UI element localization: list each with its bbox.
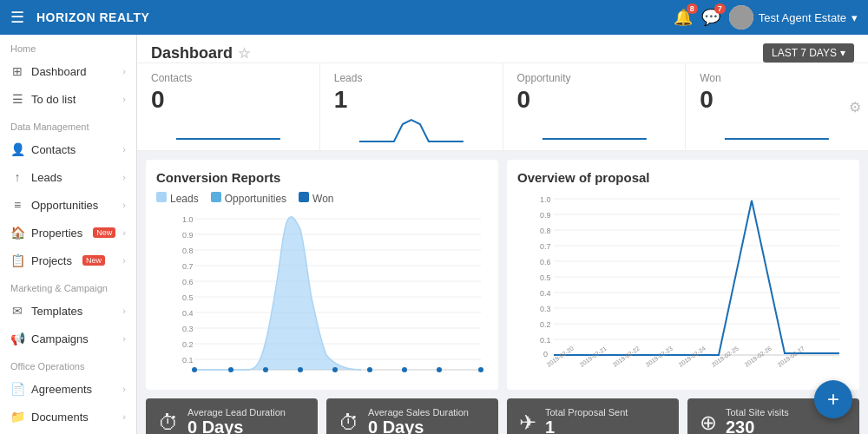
favorite-star-icon[interactable]: ☆	[238, 45, 250, 62]
main-layout: Home ⊞ Dashboard › ☰ To do list › Data M…	[0, 35, 868, 434]
svg-text:0.9: 0.9	[182, 231, 194, 240]
sidebar-item-opportunities[interactable]: ≡ Opportunities ›	[0, 191, 136, 219]
sidebar-section-marketing: Marketing & Campaign ✉ Templates › 📢 Cam…	[0, 274, 136, 352]
settings-icon[interactable]: ⚙	[849, 99, 861, 115]
dashboard-header: Dashboard ☆ LAST 7 DAYS ▾	[137, 35, 868, 63]
new-badge-properties: New	[93, 227, 115, 238]
legend-won: Won	[299, 192, 333, 205]
chevron-icon: ›	[122, 200, 126, 210]
stats-row: Contacts 0 Leads 1 Opportunity	[137, 63, 868, 151]
sidebar-item-dashboard[interactable]: ⊞ Dashboard ›	[0, 57, 136, 85]
svg-text:0.2: 0.2	[540, 320, 551, 329]
notifications-icon-wrap[interactable]: 🔔 8	[674, 8, 693, 27]
hamburger-icon[interactable]: ☰	[10, 8, 24, 27]
date-filter-label: LAST 7 DAYS	[772, 47, 837, 59]
svg-text:2019-02-21: 2019-02-21	[579, 345, 608, 367]
svg-text:0.4: 0.4	[540, 289, 551, 298]
svg-point-32	[478, 367, 483, 372]
new-badge-projects: New	[82, 255, 105, 266]
sidebar-section-label-office: Office Operations	[0, 352, 136, 375]
leads-icon: ↑	[10, 170, 24, 184]
sidebar-item-leads[interactable]: ↑ Leads ›	[0, 163, 136, 191]
conversion-reports-card: Conversion Reports Leads Opportunities W…	[146, 160, 498, 390]
sparkline-contacts	[151, 117, 306, 143]
proposal-chart-svg: 1.0 0.9 0.8 0.7 0.6 0.5 0.4 0.3 0.2 0.1 …	[517, 192, 849, 374]
svg-text:0: 0	[543, 350, 548, 358]
stat-label-contacts: Contacts	[151, 72, 306, 84]
sidebar-item-properties[interactable]: 🏠 Properties New ›	[0, 219, 136, 247]
sidebar-label-properties: Properties	[31, 227, 82, 240]
stat-value-leads: 1	[334, 86, 489, 114]
svg-point-24	[192, 367, 197, 372]
svg-text:0.2: 0.2	[182, 340, 194, 349]
send-icon: ✈	[519, 411, 536, 435]
svg-point-31	[437, 367, 442, 372]
sidebar-item-templates[interactable]: ✉ Templates ›	[0, 297, 136, 325]
messages-icon-wrap[interactable]: 💬 7	[701, 8, 720, 27]
avg-lead-label: Average Lead Duration	[187, 407, 286, 418]
svg-text:2019-02-27: 2019-02-27	[777, 345, 806, 367]
sidebar-item-projects[interactable]: 📋 Projects New ›	[0, 247, 136, 274]
chevron-icon: ›	[122, 306, 126, 316]
bottom-stat-proposal: ✈ Total Proposal Sent 1	[507, 398, 679, 434]
projects-icon: 📋	[10, 253, 24, 267]
campaigns-icon: 📢	[10, 332, 24, 345]
sidebar-item-contacts[interactable]: 👤 Contacts ›	[0, 135, 136, 163]
sparkline-opportunity	[517, 117, 672, 143]
proposal-value: 1	[545, 418, 628, 434]
date-filter-button[interactable]: LAST 7 DAYS ▾	[763, 43, 854, 62]
sidebar-item-todo[interactable]: ☰ To do list ›	[0, 85, 136, 113]
svg-text:2019-02-24: 2019-02-24	[678, 345, 707, 367]
sidebar-item-campaigns[interactable]: 📢 Campaigns ›	[0, 325, 136, 352]
svg-text:0.9: 0.9	[540, 211, 551, 220]
sidebar-label-agreements: Agreements	[31, 383, 92, 396]
stat-value-won: 0	[700, 86, 854, 114]
opportunities-icon: ≡	[10, 198, 24, 212]
chevron-icon: ›	[122, 384, 126, 394]
svg-text:0.6: 0.6	[182, 278, 194, 286]
sidebar-label-contacts: Contacts	[31, 143, 76, 156]
chevron-icon: ›	[122, 411, 126, 422]
avg-sales-value: 0 Days	[368, 418, 469, 434]
stat-card-leads: Leads 1	[320, 63, 503, 150]
svg-text:0.7: 0.7	[540, 242, 551, 251]
avatar	[729, 5, 753, 30]
date-filter-arrow-icon: ▾	[840, 47, 845, 59]
chevron-icon: ›	[122, 255, 126, 266]
notifications-badge: 8	[687, 3, 698, 14]
chevron-icon: ›	[122, 333, 126, 344]
stat-label-opportunity: Opportunity	[517, 72, 672, 84]
plus-icon: +	[827, 387, 839, 411]
user-name: Test Agent Estate	[759, 11, 846, 24]
sidebar-section-home: Home ⊞ Dashboard › ☰ To do list ›	[0, 35, 136, 113]
content-area: Dashboard ☆ LAST 7 DAYS ▾ Contacts 0 Lea…	[137, 35, 868, 434]
chevron-icon: ›	[122, 66, 126, 76]
stat-label-leads: Leads	[334, 72, 489, 84]
user-menu[interactable]: Test Agent Estate ▾	[729, 5, 858, 30]
templates-icon: ✉	[10, 304, 24, 318]
svg-point-27	[298, 367, 303, 372]
svg-text:2019-02-20: 2019-02-20	[546, 345, 575, 367]
svg-point-25	[228, 367, 233, 372]
svg-text:0.5: 0.5	[540, 273, 551, 282]
svg-text:2019-02-26: 2019-02-26	[744, 345, 773, 367]
avg-lead-value: 0 Days	[187, 418, 286, 434]
top-nav-left: ☰ HORIZON REALTY	[10, 8, 149, 27]
svg-text:0.8: 0.8	[540, 227, 551, 235]
sidebar-item-documents[interactable]: 📁 Documents ›	[0, 403, 136, 431]
svg-text:0.6: 0.6	[540, 258, 551, 266]
sidebar-section-data: Data Management 👤 Contacts › ↑ Leads › ≡…	[0, 113, 136, 274]
sidebar-label-leads: Leads	[31, 171, 62, 184]
site-visits-value: 230	[726, 418, 789, 434]
fab-add-button[interactable]: +	[814, 380, 852, 418]
sidebar-item-agreements[interactable]: 📄 Agreements ›	[0, 375, 136, 403]
legend-leads: Leads	[156, 192, 199, 205]
svg-text:0.4: 0.4	[182, 309, 194, 318]
sidebar-section-label-home: Home	[0, 35, 136, 57]
svg-point-28	[332, 367, 338, 372]
charts-row: Conversion Reports Leads Opportunities W…	[137, 151, 868, 398]
dashboard-title: Dashboard ☆	[151, 44, 250, 62]
legend-opportunities: Opportunities	[211, 192, 286, 205]
svg-point-30	[402, 367, 407, 372]
sidebar-section-office: Office Operations 📄 Agreements › 📁 Docum…	[0, 352, 136, 431]
